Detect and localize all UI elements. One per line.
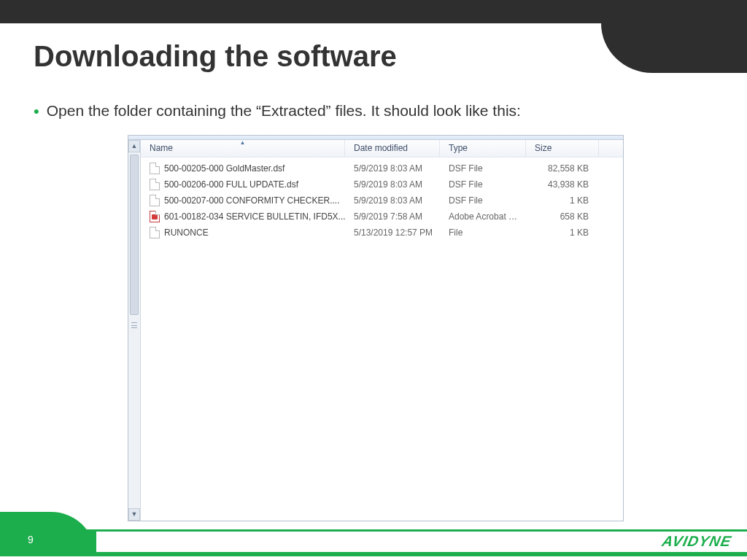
header-bar — [0, 0, 747, 23]
page-number: 9 — [28, 534, 34, 545]
cell-type: DSF File — [440, 195, 526, 206]
cell-name: RUNONCE — [141, 227, 345, 238]
cell-date: 5/9/2019 8:03 AM — [345, 163, 440, 174]
cell-name: 500-00207-000 CONFORMITY CHECKER.... — [141, 195, 345, 206]
cell-size: 43,938 KB — [526, 179, 599, 190]
file-name: 500-00205-000 GoldMaster.dsf — [164, 163, 285, 174]
cell-size: 1 KB — [526, 228, 599, 238]
table-row[interactable]: 601-00182-034 SERVICE BULLETIN, IFD5X...… — [141, 209, 623, 225]
file-explorer: ▲ ▼ Name ▲ Date modified Type Size 500-0… — [128, 135, 624, 521]
cell-date: 5/9/2019 8:03 AM — [345, 195, 440, 206]
slide-title: Downloading the software — [34, 40, 397, 73]
cell-type: Adobe Acrobat D... — [440, 211, 526, 222]
cell-date: 5/9/2019 8:03 AM — [345, 179, 440, 190]
footer-white-strip — [96, 532, 747, 552]
header-curve — [601, 23, 747, 73]
bullet-text: Open the folder containing the “Extracte… — [47, 102, 521, 120]
table-row[interactable]: RUNONCE5/13/2019 12:57 PMFile1 KB — [141, 225, 623, 241]
file-icon — [150, 227, 160, 238]
scroll-thumb[interactable] — [130, 155, 139, 315]
table-row[interactable]: 500-00207-000 CONFORMITY CHECKER....5/9/… — [141, 192, 623, 209]
cell-type: DSF File — [440, 163, 526, 174]
cell-type: File — [440, 228, 526, 238]
cell-size: 1 KB — [526, 195, 599, 206]
cell-size: 82,558 KB — [526, 163, 599, 174]
cell-name: 500-00206-000 FULL UPDATE.dsf — [141, 179, 345, 190]
pdf-file-icon — [150, 211, 160, 222]
brand-logo: AVIDYNE — [662, 533, 731, 550]
scroll-grip-icon — [131, 322, 137, 328]
footer-baseline — [0, 554, 747, 560]
col-header-name-label: Name — [150, 143, 173, 153]
file-icon — [150, 195, 160, 206]
column-headers[interactable]: Name ▲ Date modified Type Size — [141, 140, 623, 158]
col-header-size[interactable]: Size — [526, 140, 599, 157]
cell-type: DSF File — [440, 179, 526, 190]
file-icon — [150, 163, 160, 174]
file-name: 500-00206-000 FULL UPDATE.dsf — [164, 179, 298, 190]
sort-ascending-icon: ▲ — [240, 139, 246, 146]
col-header-name[interactable]: Name ▲ — [141, 140, 345, 157]
col-header-type[interactable]: Type — [440, 140, 526, 157]
cell-name: 500-00205-000 GoldMaster.dsf — [141, 163, 345, 174]
table-row[interactable]: 500-00205-000 GoldMaster.dsf5/9/2019 8:0… — [141, 160, 623, 176]
file-icon — [150, 179, 160, 190]
bullet-icon: • — [34, 103, 39, 120]
scroll-down-arrow-icon[interactable]: ▼ — [128, 508, 140, 521]
file-name: 500-00207-000 CONFORMITY CHECKER.... — [164, 195, 340, 206]
cell-name: 601-00182-034 SERVICE BULLETIN, IFD5X... — [141, 211, 345, 222]
file-listing: Name ▲ Date modified Type Size 500-00205… — [141, 140, 623, 521]
scroll-up-arrow-icon[interactable]: ▲ — [128, 140, 140, 152]
table-row[interactable]: 500-00206-000 FULL UPDATE.dsf5/9/2019 8:… — [141, 176, 623, 192]
vertical-scrollbar[interactable]: ▲ ▼ — [128, 140, 141, 521]
cell-date: 5/13/2019 12:57 PM — [345, 228, 440, 238]
cell-date: 5/9/2019 7:58 AM — [345, 211, 440, 222]
file-name: 601-00182-034 SERVICE BULLETIN, IFD5X... — [164, 211, 345, 222]
footer-curve — [0, 512, 95, 554]
col-header-date[interactable]: Date modified — [345, 140, 440, 157]
cell-size: 658 KB — [526, 211, 599, 222]
bullet-item: • Open the folder containing the “Extrac… — [34, 102, 521, 120]
file-name: RUNONCE — [164, 228, 209, 238]
